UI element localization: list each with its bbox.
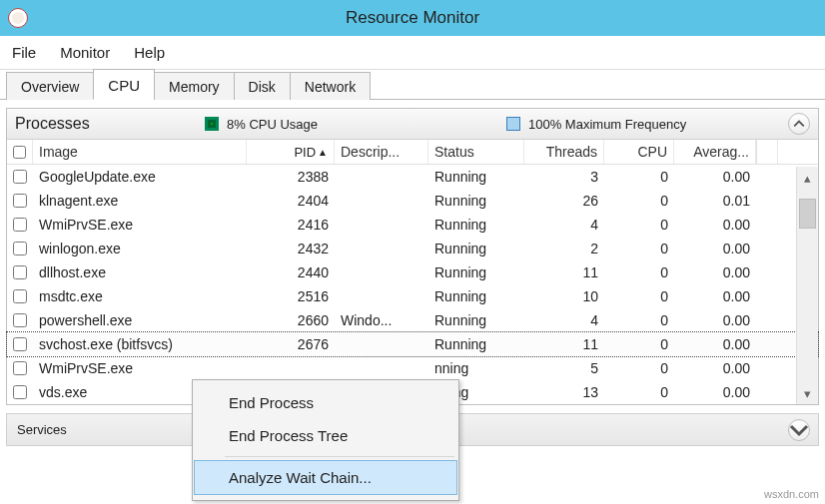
table-row[interactable]: klnagent.exe2404Running2600.01 — [7, 189, 818, 213]
tab-cpu[interactable]: CPU — [93, 69, 155, 100]
cell-description — [335, 292, 428, 300]
row-checkbox-cell[interactable] — [7, 214, 33, 236]
row-checkbox[interactable] — [13, 218, 27, 232]
window-title: Resource Monitor — [346, 8, 479, 28]
ctx-end-process[interactable]: End Process — [195, 386, 456, 419]
row-checkbox-cell[interactable] — [7, 309, 33, 331]
table-row[interactable]: WmiPrvSE.exenning500.00 — [7, 356, 818, 380]
cell-description — [335, 268, 428, 276]
scroll-up-button[interactable]: ▴ — [797, 167, 818, 189]
cell-image: winlogon.exe — [33, 237, 247, 260]
cell-pid: 2440 — [247, 260, 335, 284]
table-row[interactable]: winlogon.exe2432Running200.00 — [7, 237, 818, 260]
cpu-usage-label: 8% CPU Usage — [227, 117, 318, 132]
ctx-end-process-tree[interactable]: End Process Tree — [195, 419, 456, 452]
cell-status: Running — [428, 189, 524, 213]
cell-description: Windo... — [335, 308, 428, 332]
col-status[interactable]: Status — [428, 140, 524, 164]
table-row[interactable]: msdtc.exe2516Running1000.00 — [7, 284, 818, 308]
cell-cpu: 0 — [604, 332, 674, 356]
menu-file[interactable]: File — [12, 44, 36, 61]
cell-status: Running — [428, 237, 524, 260]
cell-average: 0.01 — [674, 189, 756, 213]
col-image[interactable]: Image — [33, 140, 247, 164]
tab-network[interactable]: Network — [290, 72, 371, 100]
row-checkbox[interactable] — [13, 313, 27, 327]
table-row[interactable]: powershell.exe2660Windo...Running400.00 — [7, 308, 818, 332]
expand-services-button[interactable] — [788, 419, 810, 441]
col-scroll-spacer — [756, 140, 778, 164]
row-checkbox-cell[interactable] — [7, 261, 33, 283]
cell-average: 0.00 — [674, 165, 756, 189]
cell-average: 0.00 — [674, 213, 756, 237]
row-checkbox[interactable] — [13, 361, 27, 375]
table-row[interactable]: svchost.exe (bitfsvcs)2676Running1100.00 — [7, 332, 818, 356]
col-description[interactable]: Descrip... — [335, 140, 428, 164]
row-checkbox[interactable] — [13, 265, 27, 279]
row-checkbox-cell[interactable] — [7, 238, 33, 259]
cell-threads: 5 — [524, 356, 604, 380]
row-checkbox-cell[interactable] — [7, 166, 33, 188]
chevron-down-icon — [789, 420, 809, 440]
tab-memory[interactable]: Memory — [154, 72, 235, 100]
cell-pid: 2516 — [247, 284, 335, 308]
select-all-checkbox[interactable] — [13, 146, 26, 159]
col-cpu[interactable]: CPU — [604, 140, 674, 164]
cell-status: Running — [428, 260, 524, 284]
cell-threads: 4 — [524, 308, 604, 332]
processes-scrollbar[interactable]: ▴ ▾ — [796, 167, 818, 404]
tab-disk[interactable]: Disk — [234, 72, 291, 100]
cell-average: 0.00 — [674, 332, 756, 356]
col-threads[interactable]: Threads — [524, 140, 604, 164]
cell-average: 0.00 — [674, 284, 756, 308]
processes-rows: GoogleUpdate.exe2388Running300.00klnagen… — [7, 165, 818, 404]
cell-description — [335, 173, 428, 181]
cell-cpu: 0 — [604, 380, 674, 404]
row-checkbox-cell[interactable] — [7, 285, 33, 307]
row-checkbox[interactable] — [13, 242, 27, 255]
col-select-all[interactable] — [7, 140, 33, 164]
row-checkbox-cell[interactable] — [7, 190, 33, 212]
cell-image: msdtc.exe — [33, 284, 247, 308]
cell-cpu: 0 — [604, 165, 674, 189]
max-frequency-stat: 100% Maximum Frequency — [506, 117, 686, 132]
table-row[interactable]: dllhost.exe2440Running1100.00 — [7, 260, 818, 284]
processes-panel-header[interactable]: Processes 8% CPU Usage 100% Maximum Freq… — [7, 109, 818, 140]
cell-threads: 13 — [524, 380, 604, 404]
processes-panel: Processes 8% CPU Usage 100% Maximum Freq… — [6, 108, 819, 405]
table-row[interactable]: WmiPrvSE.exe2416Running400.00 — [7, 213, 818, 237]
row-checkbox[interactable] — [13, 385, 27, 399]
row-checkbox[interactable] — [13, 289, 27, 303]
cell-image: WmiPrvSE.exe — [33, 356, 247, 380]
ctx-analyze-wait-chain[interactable]: Analyze Wait Chain... — [195, 461, 456, 494]
max-frequency-icon — [506, 117, 520, 131]
cell-cpu: 0 — [604, 237, 674, 260]
cell-threads: 2 — [524, 237, 604, 260]
row-checkbox-cell[interactable] — [7, 357, 33, 379]
menu-monitor[interactable]: Monitor — [60, 44, 110, 61]
row-checkbox-cell[interactable] — [7, 333, 33, 355]
cell-status: Running — [428, 332, 524, 356]
row-checkbox-cell[interactable] — [7, 381, 33, 403]
scroll-thumb[interactable] — [799, 199, 816, 229]
max-frequency-label: 100% Maximum Frequency — [528, 117, 686, 132]
table-row[interactable]: GoogleUpdate.exe2388Running300.00 — [7, 165, 818, 189]
cell-image: powershell.exe — [33, 308, 247, 332]
tab-overview[interactable]: Overview — [6, 72, 94, 100]
col-pid[interactable]: PID▲ — [247, 140, 335, 164]
processes-grid-header: Image PID▲ Descrip... Status Threads CPU… — [7, 140, 818, 165]
row-checkbox[interactable] — [13, 170, 27, 184]
scroll-track[interactable] — [797, 189, 818, 382]
cell-threads: 11 — [524, 332, 604, 356]
cell-threads: 3 — [524, 165, 604, 189]
scroll-down-button[interactable]: ▾ — [797, 382, 818, 404]
collapse-processes-button[interactable] — [788, 113, 810, 135]
cell-image: svchost.exe (bitfsvcs) — [33, 332, 247, 356]
resource-monitor-icon — [8, 8, 28, 28]
menu-help[interactable]: Help — [134, 44, 165, 61]
col-average[interactable]: Averag... — [674, 140, 756, 164]
row-checkbox[interactable] — [13, 337, 27, 351]
row-checkbox[interactable] — [13, 194, 27, 208]
cell-pid: 2416 — [247, 213, 335, 237]
cell-pid: 2388 — [247, 165, 335, 189]
